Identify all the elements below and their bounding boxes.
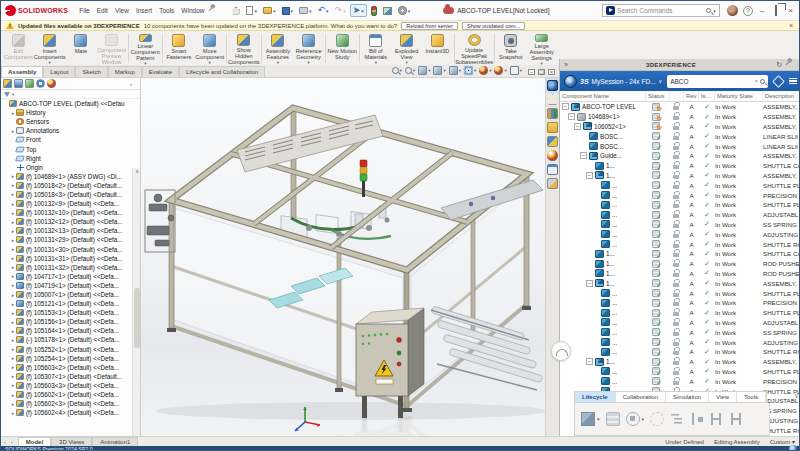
bill-of-materials-button[interactable]: Bill of Materials▾ <box>360 32 391 65</box>
displaymanager-icon[interactable] <box>47 79 56 88</box>
panel-tab-lifecycle[interactable]: Lifecycle <box>575 392 616 402</box>
tab-layout[interactable]: Layout <box>43 66 75 77</box>
notification-close-icon[interactable]: × <box>789 22 796 29</box>
tree-item[interactable]: ▸(f) 105018<3> (Default) <Default... <box>1 190 140 199</box>
tree-item[interactable]: ▸(f) 100131<32> (Default) <<Defa... <box>1 263 140 272</box>
scroll-thumb[interactable] <box>134 288 140 348</box>
collapse-toggle[interactable]: − <box>580 152 587 159</box>
model-tab-model[interactable]: Model <box>18 437 51 446</box>
panel-tab-simulation[interactable]: Simulation <box>666 392 709 402</box>
open-caret-icon[interactable]: ▾ <box>273 8 276 14</box>
tree-item[interactable]: ▸(f) 105254<1> (Default) <<Defa... <box>1 354 140 363</box>
component-row[interactable]: ...A✓In WorkADJUSTING <box>560 229 800 239</box>
tree-item[interactable]: Origin <box>1 163 140 172</box>
tree-item[interactable]: ▸(-) 105178<1> (Default) <<Defa... <box>1 335 140 344</box>
component-row[interactable]: ...A✓In WorkPRECISION <box>560 298 800 308</box>
column-description[interactable]: Description <box>763 91 800 101</box>
tree-item[interactable]: ▸(f) 100132<9> (Default) <<Defa... <box>1 199 140 208</box>
minimize-button[interactable]: – <box>756 6 768 15</box>
smart-fasteners-button[interactable]: Smart Fasteners <box>164 32 195 65</box>
component-row[interactable]: ...A✓In WorkSHUTTLE PL <box>560 200 800 210</box>
hide-show-items-icon[interactable] <box>464 66 473 75</box>
select-button[interactable]: ➤▾ <box>350 4 367 17</box>
status-custom[interactable]: Custom ▾ <box>770 438 795 445</box>
panel-magnifier-icon[interactable] <box>760 79 765 84</box>
tree-item[interactable]: ▸(f) 100132<10> (Default) <<Defa... <box>1 208 140 217</box>
component-row[interactable]: −1...A✓In WorkASSEMBLY, <box>560 171 800 181</box>
model-tab-3d-views[interactable]: 3D Views <box>51 437 92 446</box>
collapse-toggle[interactable]: − <box>586 358 593 365</box>
file-explorer-icon[interactable] <box>547 122 558 133</box>
help-button[interactable]: ? <box>743 6 753 16</box>
tree-item[interactable]: ▸(f) 105156<1> (Default) <<Defa... <box>1 317 140 326</box>
component-row[interactable]: BOSC...A✓In WorkLINEAR SLII <box>560 141 800 151</box>
doc-close-button[interactable]: × <box>548 69 555 75</box>
component-row[interactable]: −Guide...A✓In WorkASSEMBLY, <box>560 151 800 161</box>
tab-assembly[interactable]: Assembly <box>1 66 43 77</box>
menu-file[interactable]: File <box>79 7 89 14</box>
move-component-button[interactable]: Move Component▾ <box>194 32 225 65</box>
caret-down-icon[interactable]: ▾ <box>443 68 445 73</box>
tree-item[interactable]: ▸(f) 105602<4> (Default) <<Defa... <box>1 408 140 417</box>
tree-item[interactable]: ▸(f) 100132<12> (Default) <<Defa... <box>1 217 140 226</box>
print-caret-icon[interactable]: ▾ <box>309 8 312 14</box>
tree-item[interactable]: Top <box>1 144 140 153</box>
menu-edit[interactable]: Edit <box>97 7 108 14</box>
pin-menu-icon[interactable] <box>209 6 219 16</box>
options-button[interactable]: ▾ <box>396 5 413 16</box>
tab-evaluate[interactable]: Evaluate <box>142 66 179 77</box>
tree-item[interactable]: ▸(f) 104717<1> (Default) <<Defa... <box>1 272 140 281</box>
view-palette-icon[interactable] <box>547 136 558 147</box>
appearances-icon[interactable] <box>479 66 488 75</box>
component-row[interactable]: 1...A✓In WorkROD PUSHE <box>560 269 800 279</box>
caret-down-icon[interactable]: ▾ <box>209 61 211 64</box>
component-row[interactable]: ...A✓In WorkSS SPRING <box>560 220 800 230</box>
tree-item[interactable]: Sensors <box>1 117 140 126</box>
open-button[interactable]: ▾ <box>261 6 278 15</box>
user-avatar[interactable] <box>727 5 738 16</box>
component-row[interactable]: ...A✓In WorkPRECISION <box>560 376 800 386</box>
tree-item[interactable]: ▸(f) 104719<1> (Default) <<Defa... <box>1 281 140 290</box>
caret-down-icon[interactable]: ▾ <box>307 61 309 64</box>
3dexperience-globe-icon[interactable] <box>547 80 558 91</box>
tree-item[interactable]: ▸(f) 100132<13> (Default) <<Defa... <box>1 226 140 235</box>
solidworks-resources-icon[interactable] <box>547 94 558 105</box>
tree-item[interactable]: ▸(f) 105007<1> (Default) <<Defa... <box>1 290 140 299</box>
clear-search-icon[interactable]: × <box>754 78 758 84</box>
component-row[interactable]: −1...A✓In WorkASSEMBLY, <box>560 278 800 288</box>
component-row[interactable]: ...A✓In WorkADJUSTING <box>560 337 800 347</box>
store-icon[interactable] <box>606 412 620 426</box>
caret-down-icon[interactable]: ▾ <box>520 68 522 73</box>
appearances-scenes-icon[interactable] <box>547 150 558 161</box>
save-button[interactable]: ▾ <box>280 6 296 16</box>
caret-down-icon[interactable]: ▾ <box>642 416 645 422</box>
tree-flyout-chevron-icon[interactable]: › <box>130 81 138 87</box>
tree-item[interactable]: ▸(f) 105121<1> (Default) <<Defa... <box>1 299 140 308</box>
view-settings-icon[interactable] <box>510 66 519 75</box>
instant3d-button[interactable]: Instant3D <box>422 32 453 65</box>
component-row[interactable]: ...A✓In WorkSHUTTLE PL <box>560 308 800 318</box>
component-row[interactable]: BOSC...A✓In WorkLINEAR SLII <box>560 131 800 141</box>
rebuild-button[interactable] <box>369 5 379 17</box>
scene-icon[interactable] <box>494 66 503 75</box>
dimxpertmanager-icon[interactable] <box>36 79 45 88</box>
configurationmanager-icon[interactable] <box>25 79 34 88</box>
caret-down-icon[interactable]: ▾ <box>413 68 415 73</box>
show-hidden-components-button[interactable]: Show Hidden Components <box>228 32 260 65</box>
solidworks-forum-icon[interactable] <box>547 178 558 189</box>
column-rev[interactable]: Rev <box>684 91 699 101</box>
section-view-icon[interactable] <box>418 66 427 75</box>
tab-nav-arrows[interactable]: ‹ › <box>1 439 18 445</box>
custom-properties-icon[interactable] <box>547 164 558 175</box>
tree-vertical-scrollbar[interactable]: ∧ ∨ <box>132 168 140 436</box>
menu-insert[interactable]: Insert <box>136 7 152 14</box>
structure-icon[interactable] <box>670 412 684 426</box>
column-maturity-state[interactable]: Maturity State <box>715 91 763 101</box>
home-button[interactable] <box>229 6 242 16</box>
tree-item[interactable]: Front <box>1 135 140 144</box>
component-row[interactable]: −ABCO-TOP LEVELA✓In WorkASSEMBLY, <box>560 102 800 112</box>
component-row[interactable]: ...A✓In WorkADJUSTABL <box>560 318 800 328</box>
caret-down-icon[interactable]: ▾ <box>428 68 430 73</box>
tree-item[interactable]: ▸(f) 105602<3> (Default) <<Defa... <box>1 399 140 408</box>
panel-menu-icon[interactable] <box>789 78 797 85</box>
